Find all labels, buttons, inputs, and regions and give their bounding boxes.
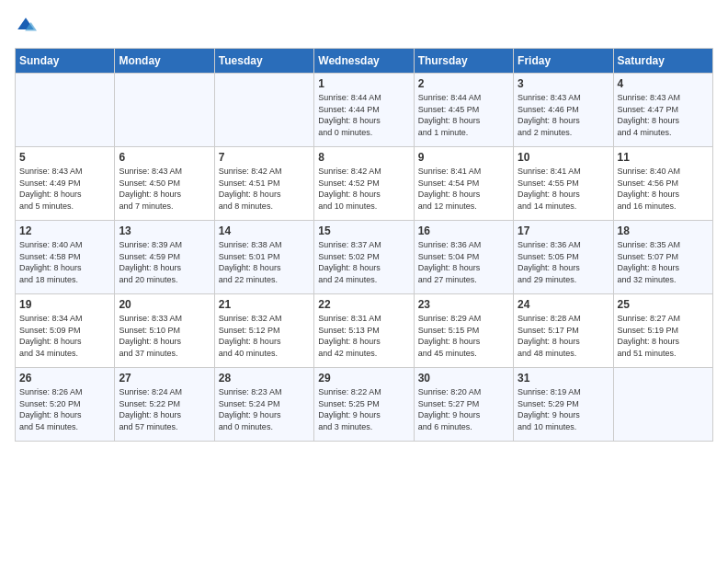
cell-content: Sunrise: 8:32 AM Sunset: 5:12 PM Dayligh… — [219, 313, 310, 359]
calendar-cell: 18Sunrise: 8:35 AM Sunset: 5:07 PM Dayli… — [613, 221, 712, 294]
day-number: 20 — [119, 298, 210, 311]
day-number: 31 — [518, 372, 609, 385]
day-number: 18 — [618, 224, 709, 237]
cell-content: Sunrise: 8:42 AM Sunset: 4:52 PM Dayligh… — [318, 166, 409, 212]
cell-content: Sunrise: 8:43 AM Sunset: 4:46 PM Dayligh… — [518, 92, 609, 138]
day-header-thursday: Thursday — [414, 49, 513, 74]
calendar-table: SundayMondayTuesdayWednesdayThursdayFrid… — [15, 48, 713, 442]
cell-content: Sunrise: 8:27 AM Sunset: 5:19 PM Dayligh… — [618, 313, 709, 359]
day-number: 11 — [618, 151, 709, 164]
cell-content: Sunrise: 8:39 AM Sunset: 4:59 PM Dayligh… — [119, 239, 210, 285]
calendar-cell — [613, 368, 712, 442]
calendar-cell: 24Sunrise: 8:28 AM Sunset: 5:17 PM Dayli… — [514, 294, 613, 368]
day-number: 25 — [618, 298, 709, 311]
day-header-wednesday: Wednesday — [314, 49, 414, 74]
day-number: 3 — [518, 77, 609, 90]
cell-content: Sunrise: 8:44 AM Sunset: 4:44 PM Dayligh… — [318, 92, 409, 138]
calendar-cell: 5Sunrise: 8:43 AM Sunset: 4:49 PM Daylig… — [16, 147, 115, 221]
calendar-cell: 9Sunrise: 8:41 AM Sunset: 4:54 PM Daylig… — [414, 147, 513, 221]
calendar-cell: 13Sunrise: 8:39 AM Sunset: 4:59 PM Dayli… — [115, 221, 214, 294]
cell-content: Sunrise: 8:35 AM Sunset: 5:07 PM Dayligh… — [618, 239, 709, 285]
calendar-cell: 21Sunrise: 8:32 AM Sunset: 5:12 PM Dayli… — [214, 294, 313, 368]
cell-content: Sunrise: 8:26 AM Sunset: 5:20 PM Dayligh… — [19, 386, 110, 432]
cell-content: Sunrise: 8:40 AM Sunset: 4:58 PM Dayligh… — [19, 239, 110, 285]
day-number: 4 — [618, 77, 709, 90]
calendar-cell: 27Sunrise: 8:24 AM Sunset: 5:22 PM Dayli… — [115, 368, 214, 442]
day-number: 1 — [318, 77, 409, 90]
cell-content: Sunrise: 8:44 AM Sunset: 4:45 PM Dayligh… — [418, 92, 509, 138]
calendar-cell: 29Sunrise: 8:22 AM Sunset: 5:25 PM Dayli… — [314, 368, 414, 442]
day-header-sunday: Sunday — [16, 49, 115, 74]
day-number: 29 — [318, 372, 409, 385]
calendar-cell: 7Sunrise: 8:42 AM Sunset: 4:51 PM Daylig… — [214, 147, 313, 221]
day-number: 6 — [119, 151, 210, 164]
calendar-cell: 22Sunrise: 8:31 AM Sunset: 5:13 PM Dayli… — [314, 294, 414, 368]
calendar-cell: 10Sunrise: 8:41 AM Sunset: 4:55 PM Dayli… — [514, 147, 613, 221]
logo — [15, 15, 40, 37]
cell-content: Sunrise: 8:43 AM Sunset: 4:50 PM Dayligh… — [119, 166, 210, 212]
day-number: 28 — [219, 372, 310, 385]
calendar-cell: 14Sunrise: 8:38 AM Sunset: 5:01 PM Dayli… — [214, 221, 313, 294]
cell-content: Sunrise: 8:43 AM Sunset: 4:49 PM Dayligh… — [19, 166, 110, 212]
calendar-cell: 28Sunrise: 8:23 AM Sunset: 5:24 PM Dayli… — [214, 368, 313, 442]
week-row-4: 19Sunrise: 8:34 AM Sunset: 5:09 PM Dayli… — [16, 294, 713, 368]
calendar-cell: 20Sunrise: 8:33 AM Sunset: 5:10 PM Dayli… — [115, 294, 214, 368]
day-header-saturday: Saturday — [613, 49, 712, 74]
cell-content: Sunrise: 8:28 AM Sunset: 5:17 PM Dayligh… — [518, 313, 609, 359]
calendar-cell: 26Sunrise: 8:26 AM Sunset: 5:20 PM Dayli… — [16, 368, 115, 442]
calendar-cell — [115, 74, 214, 147]
cell-content: Sunrise: 8:19 AM Sunset: 5:29 PM Dayligh… — [518, 386, 609, 432]
day-number: 14 — [219, 224, 310, 237]
cell-content: Sunrise: 8:36 AM Sunset: 5:04 PM Dayligh… — [418, 239, 509, 285]
calendar-cell — [214, 74, 313, 147]
calendar-cell: 19Sunrise: 8:34 AM Sunset: 5:09 PM Dayli… — [16, 294, 115, 368]
calendar-cell: 8Sunrise: 8:42 AM Sunset: 4:52 PM Daylig… — [314, 147, 414, 221]
page-header — [15, 15, 713, 37]
day-number: 10 — [518, 151, 609, 164]
cell-content: Sunrise: 8:20 AM Sunset: 5:27 PM Dayligh… — [418, 386, 509, 432]
calendar-cell: 12Sunrise: 8:40 AM Sunset: 4:58 PM Dayli… — [16, 221, 115, 294]
calendar-cell: 4Sunrise: 8:43 AM Sunset: 4:47 PM Daylig… — [613, 74, 712, 147]
day-number: 24 — [518, 298, 609, 311]
day-number: 16 — [418, 224, 509, 237]
cell-content: Sunrise: 8:43 AM Sunset: 4:47 PM Dayligh… — [618, 92, 709, 138]
day-number: 23 — [418, 298, 509, 311]
cell-content: Sunrise: 8:33 AM Sunset: 5:10 PM Dayligh… — [119, 313, 210, 359]
cell-content: Sunrise: 8:31 AM Sunset: 5:13 PM Dayligh… — [318, 313, 409, 359]
day-number: 5 — [19, 151, 110, 164]
week-row-2: 5Sunrise: 8:43 AM Sunset: 4:49 PM Daylig… — [16, 147, 713, 221]
cell-content: Sunrise: 8:29 AM Sunset: 5:15 PM Dayligh… — [418, 313, 509, 359]
cell-content: Sunrise: 8:42 AM Sunset: 4:51 PM Dayligh… — [219, 166, 310, 212]
cell-content: Sunrise: 8:40 AM Sunset: 4:56 PM Dayligh… — [618, 166, 709, 212]
day-header-tuesday: Tuesday — [214, 49, 313, 74]
calendar-cell: 3Sunrise: 8:43 AM Sunset: 4:46 PM Daylig… — [514, 74, 613, 147]
day-number: 30 — [418, 372, 509, 385]
cell-content: Sunrise: 8:41 AM Sunset: 4:55 PM Dayligh… — [518, 166, 609, 212]
calendar-cell: 17Sunrise: 8:36 AM Sunset: 5:05 PM Dayli… — [514, 221, 613, 294]
calendar-cell: 23Sunrise: 8:29 AM Sunset: 5:15 PM Dayli… — [414, 294, 513, 368]
logo-icon — [15, 15, 37, 37]
calendar-cell — [16, 74, 115, 147]
calendar-cell: 2Sunrise: 8:44 AM Sunset: 4:45 PM Daylig… — [414, 74, 513, 147]
calendar-cell: 31Sunrise: 8:19 AM Sunset: 5:29 PM Dayli… — [514, 368, 613, 442]
cell-content: Sunrise: 8:41 AM Sunset: 4:54 PM Dayligh… — [418, 166, 509, 212]
day-number: 19 — [19, 298, 110, 311]
day-number: 22 — [318, 298, 409, 311]
calendar-cell: 25Sunrise: 8:27 AM Sunset: 5:19 PM Dayli… — [613, 294, 712, 368]
day-header-monday: Monday — [115, 49, 214, 74]
calendar-cell: 30Sunrise: 8:20 AM Sunset: 5:27 PM Dayli… — [414, 368, 513, 442]
cell-content: Sunrise: 8:24 AM Sunset: 5:22 PM Dayligh… — [119, 386, 210, 432]
cell-content: Sunrise: 8:38 AM Sunset: 5:01 PM Dayligh… — [219, 239, 310, 285]
day-number: 27 — [119, 372, 210, 385]
week-row-3: 12Sunrise: 8:40 AM Sunset: 4:58 PM Dayli… — [16, 221, 713, 294]
calendar-cell: 11Sunrise: 8:40 AM Sunset: 4:56 PM Dayli… — [613, 147, 712, 221]
day-number: 17 — [518, 224, 609, 237]
day-header-friday: Friday — [514, 49, 613, 74]
week-row-5: 26Sunrise: 8:26 AM Sunset: 5:20 PM Dayli… — [16, 368, 713, 442]
calendar-cell: 15Sunrise: 8:37 AM Sunset: 5:02 PM Dayli… — [314, 221, 414, 294]
day-number: 12 — [19, 224, 110, 237]
day-number: 2 — [418, 77, 509, 90]
day-number: 7 — [219, 151, 310, 164]
cell-content: Sunrise: 8:22 AM Sunset: 5:25 PM Dayligh… — [318, 386, 409, 432]
day-number: 26 — [19, 372, 110, 385]
